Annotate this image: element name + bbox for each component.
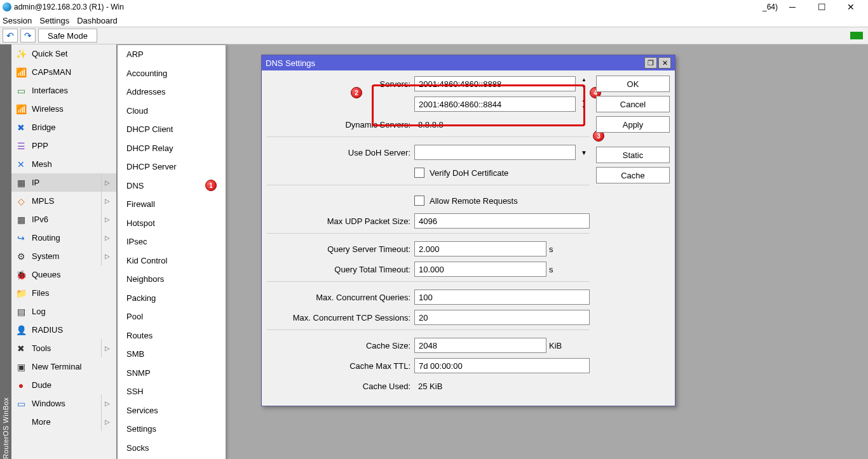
server-1-spinner[interactable]: ▲▼ bbox=[578, 76, 590, 91]
cache-button[interactable]: Cache bbox=[596, 167, 670, 183]
radius-icon: 👤 bbox=[15, 324, 27, 336]
undo-button[interactable]: ↶ bbox=[3, 29, 18, 43]
maximize-button[interactable]: ☐ bbox=[807, 0, 836, 14]
submenu-item-dns[interactable]: DNS1 bbox=[118, 176, 226, 196]
redo-button[interactable]: ↷ bbox=[20, 29, 36, 43]
sidebar-item-label: CAPsMAN bbox=[32, 67, 71, 77]
menu-settings[interactable]: Settings bbox=[39, 16, 69, 25]
sidebar-item-ppp[interactable]: ☰PPP bbox=[11, 136, 116, 155]
max-udp-label: Max UDP Packet Size: bbox=[267, 216, 414, 226]
bridge-icon: ✖ bbox=[15, 122, 27, 133]
menu-session[interactable]: Session bbox=[3, 16, 32, 25]
submenu-item-addresses[interactable]: Addresses bbox=[118, 83, 226, 102]
verify-doh-label: Verify DoH Certificate bbox=[430, 168, 508, 178]
apply-button[interactable]: Apply bbox=[596, 116, 670, 133]
submenu-item-ipsec[interactable]: IPsec bbox=[118, 232, 226, 251]
submenu-item-kid-control[interactable]: Kid Control bbox=[118, 251, 226, 270]
cache-size-input[interactable] bbox=[414, 338, 546, 353]
sidebar-item-ipv6[interactable]: ▦IPv6▷ bbox=[11, 210, 116, 229]
dns-window-titlebar[interactable]: DNS Settings ❐ ✕ bbox=[262, 55, 675, 70]
dns-window-restore-button[interactable]: ❐ bbox=[644, 57, 657, 69]
submenu-item-cloud[interactable]: Cloud bbox=[118, 102, 226, 121]
sidebar-item-files[interactable]: 📁Files bbox=[11, 284, 116, 302]
submenu-item-smb[interactable]: SMB bbox=[118, 345, 226, 364]
sidebar-item-mesh[interactable]: ✕Mesh bbox=[11, 155, 116, 173]
sidebar-item-routing[interactable]: ↪Routing▷ bbox=[11, 229, 116, 247]
allow-remote-checkbox[interactable] bbox=[414, 196, 424, 206]
safe-mode-button[interactable]: Safe Mode bbox=[38, 29, 97, 43]
submenu-item-dhcp-client[interactable]: DHCP Client bbox=[118, 120, 226, 139]
max-concurrent-queries-input[interactable] bbox=[414, 289, 590, 305]
sidebar-item-mpls[interactable]: ◇MPLS▷ bbox=[11, 192, 116, 210]
dns-window-close-button[interactable]: ✕ bbox=[658, 57, 671, 69]
submenu-arrow-icon: ▷ bbox=[101, 413, 112, 431]
submenu-item-dhcp-server[interactable]: DHCP Server bbox=[118, 157, 226, 176]
submenu-item-routes[interactable]: Routes bbox=[118, 326, 226, 345]
close-button[interactable]: ✕ bbox=[836, 0, 865, 14]
cancel-button[interactable]: Cancel bbox=[596, 96, 670, 112]
sidebar-item-label: Windows bbox=[32, 399, 65, 408]
max-concurrent-tcp-input[interactable] bbox=[414, 310, 590, 325]
query-server-timeout-input[interactable] bbox=[414, 241, 546, 256]
workspace: DNS Settings ❐ ✕ 2 Servers: ▲▼ bbox=[117, 44, 868, 459]
sidebar-item-more[interactable]: More▷ bbox=[11, 413, 116, 431]
sidebar-item-system[interactable]: ⚙System▷ bbox=[11, 247, 116, 265]
sidebar-item-radius[interactable]: 👤RADIUS bbox=[11, 321, 116, 339]
sidebar-item-dude[interactable]: ●Dude bbox=[11, 376, 116, 394]
dynamic-servers-label: Dynamic Servers: bbox=[267, 120, 414, 130]
cache-used-label: Cache Used: bbox=[267, 382, 414, 391]
sidebar-item-ip[interactable]: ▦IP▷ bbox=[11, 173, 116, 192]
sidebar-item-label: Interfaces bbox=[32, 86, 68, 95]
submenu-item-services[interactable]: Services bbox=[118, 401, 226, 420]
allow-remote-label: Allow Remote Requests bbox=[430, 196, 518, 206]
max-udp-input[interactable] bbox=[414, 213, 590, 229]
submenu-item-neighbors[interactable]: Neighbors bbox=[118, 270, 226, 289]
verify-doh-checkbox[interactable] bbox=[414, 168, 424, 178]
submenu-arrow-icon: ▷ bbox=[101, 210, 112, 229]
doh-server-label: Use DoH Server: bbox=[267, 148, 414, 157]
server-1-input[interactable] bbox=[414, 76, 576, 91]
submenu-item-snmp[interactable]: SNMP bbox=[118, 364, 226, 383]
sidebar-item-label: PPP bbox=[32, 141, 48, 150]
query-total-timeout-input[interactable] bbox=[414, 262, 546, 277]
sidebar-item-log[interactable]: ▤Log bbox=[11, 302, 116, 321]
sidebar-item-queues[interactable]: 🐞Queues bbox=[11, 265, 116, 284]
status-indicator bbox=[850, 32, 863, 39]
sidebar-item-windows[interactable]: ▭Windows▷ bbox=[11, 394, 116, 413]
sidebar-item-bridge[interactable]: ✖Bridge bbox=[11, 118, 116, 136]
submenu-item-socks[interactable]: Socks bbox=[118, 439, 226, 458]
submenu-item-ssh[interactable]: SSH bbox=[118, 382, 226, 401]
submenu-item-packing[interactable]: Packing bbox=[118, 289, 226, 308]
minimize-button[interactable]: ─ bbox=[778, 0, 807, 14]
sidebar-item-capsman[interactable]: 📶CAPsMAN bbox=[11, 63, 116, 81]
submenu-item-pool[interactable]: Pool bbox=[118, 307, 226, 326]
submenu-item-accounting[interactable]: Accounting bbox=[118, 64, 226, 83]
query-total-timeout-label: Query Total Timeout: bbox=[267, 265, 414, 274]
menu-dashboard[interactable]: Dashboard bbox=[77, 16, 118, 25]
submenu-item-dhcp-relay[interactable]: DHCP Relay bbox=[118, 139, 226, 158]
sidebar-item-quick-set[interactable]: ✨Quick Set bbox=[11, 44, 116, 63]
doh-dropdown-icon[interactable]: ▼ bbox=[578, 145, 590, 160]
doh-server-input[interactable] bbox=[414, 145, 576, 160]
server-2-spinner[interactable]: ▲▼ bbox=[578, 96, 590, 112]
submenu-arrow-icon: ▷ bbox=[101, 339, 112, 357]
windows-icon: ▭ bbox=[15, 398, 27, 409]
submenu-item-arp[interactable]: ARP bbox=[118, 45, 226, 64]
submenu-item-label: DHCP Client bbox=[126, 124, 173, 134]
sidebar-item-label: IPv6 bbox=[32, 215, 48, 224]
annotation-marker-1: 1 bbox=[205, 180, 217, 191]
ok-button[interactable]: OK bbox=[596, 76, 670, 92]
sidebar-item-new-terminal[interactable]: ▣New Terminal bbox=[11, 357, 116, 376]
new-terminal-icon: ▣ bbox=[15, 361, 27, 373]
sidebar-item-wireless[interactable]: 📶Wireless bbox=[11, 100, 116, 118]
submenu-item-firewall[interactable]: Firewall bbox=[118, 195, 226, 214]
sidebar-item-tools[interactable]: ✖Tools▷ bbox=[11, 339, 116, 357]
server-2-input[interactable] bbox=[414, 96, 576, 112]
sidebar-item-interfaces[interactable]: ▭Interfaces bbox=[11, 81, 116, 100]
submenu-item-label: DHCP Relay bbox=[126, 143, 173, 153]
sidebar-item-label: New Terminal bbox=[32, 362, 82, 371]
cache-max-ttl-input[interactable] bbox=[414, 358, 590, 373]
submenu-item-settings[interactable]: Settings bbox=[118, 420, 226, 439]
static-button[interactable]: Static bbox=[596, 147, 670, 163]
submenu-item-hotspot[interactable]: Hotspot bbox=[118, 214, 226, 233]
